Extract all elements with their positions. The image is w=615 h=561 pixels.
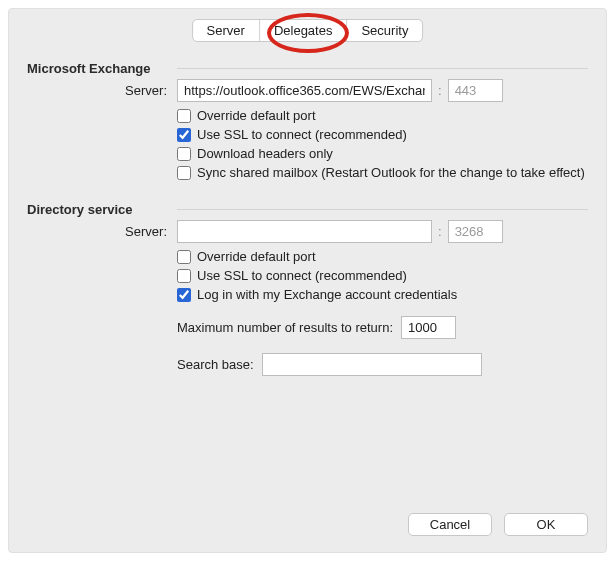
ok-button[interactable]: OK — [504, 513, 588, 536]
cancel-button[interactable]: Cancel — [408, 513, 492, 536]
exchange-sync-shared[interactable]: Sync shared mailbox (Restart Outlook for… — [177, 165, 588, 180]
exchange-use-ssl-checkbox[interactable] — [177, 128, 191, 142]
exchange-port-input[interactable] — [448, 79, 503, 102]
max-results-input[interactable] — [401, 316, 456, 339]
exchange-download-headers-label: Download headers only — [197, 146, 333, 161]
port-separator: : — [438, 224, 442, 239]
tab-security[interactable]: Security — [346, 20, 422, 41]
directory-login-exchange-checkbox[interactable] — [177, 288, 191, 302]
tab-server[interactable]: Server — [193, 20, 259, 41]
divider — [177, 209, 588, 210]
directory-use-ssl-label: Use SSL to connect (recommended) — [197, 268, 407, 283]
exchange-sync-shared-checkbox[interactable] — [177, 166, 191, 180]
content: Microsoft Exchange Server: : Override de… — [27, 31, 588, 376]
dialog-buttons: Cancel OK — [408, 513, 588, 536]
settings-panel: Server Delegates Security Microsoft Exch… — [8, 8, 607, 553]
exchange-download-headers[interactable]: Download headers only — [177, 146, 588, 161]
exchange-override-port-label: Override default port — [197, 108, 316, 123]
directory-override-port[interactable]: Override default port — [177, 249, 588, 264]
search-base-input[interactable] — [262, 353, 482, 376]
port-separator: : — [438, 83, 442, 98]
search-base-label: Search base: — [177, 357, 254, 372]
directory-override-port-checkbox[interactable] — [177, 250, 191, 264]
directory-login-exchange[interactable]: Log in with my Exchange account credenti… — [177, 287, 588, 302]
directory-login-exchange-label: Log in with my Exchange account credenti… — [197, 287, 457, 302]
directory-use-ssl[interactable]: Use SSL to connect (recommended) — [177, 268, 588, 283]
tab-bar: Server Delegates Security — [192, 19, 424, 42]
directory-use-ssl-checkbox[interactable] — [177, 269, 191, 283]
exchange-use-ssl[interactable]: Use SSL to connect (recommended) — [177, 127, 588, 142]
exchange-override-port-checkbox[interactable] — [177, 109, 191, 123]
exchange-use-ssl-label: Use SSL to connect (recommended) — [197, 127, 407, 142]
exchange-override-port[interactable]: Override default port — [177, 108, 588, 123]
exchange-server-input[interactable] — [177, 79, 432, 102]
directory-server-label: Server: — [27, 224, 177, 239]
max-results-label: Maximum number of results to return: — [177, 320, 393, 335]
exchange-server-label: Server: — [27, 83, 177, 98]
tab-delegates[interactable]: Delegates — [259, 20, 347, 41]
exchange-sync-shared-label: Sync shared mailbox (Restart Outlook for… — [197, 165, 585, 180]
directory-override-port-label: Override default port — [197, 249, 316, 264]
exchange-download-headers-checkbox[interactable] — [177, 147, 191, 161]
directory-server-input[interactable] — [177, 220, 432, 243]
directory-port-input[interactable] — [448, 220, 503, 243]
divider — [177, 68, 588, 69]
